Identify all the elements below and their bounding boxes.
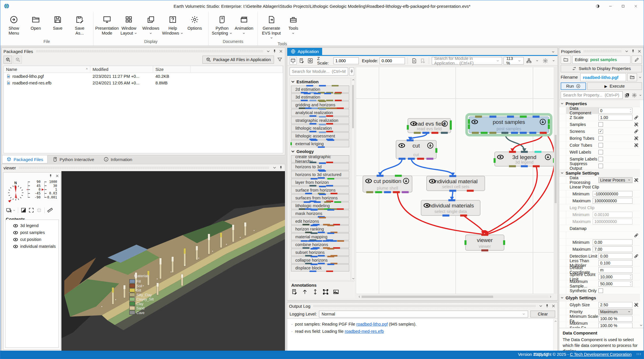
group-frame-icon[interactable]	[322, 289, 329, 295]
output-port[interactable]	[530, 132, 536, 134]
output-port[interactable]	[399, 158, 405, 160]
notes-button[interactable]	[298, 57, 305, 65]
chevron-down-icon[interactable]	[272, 165, 277, 170]
link-off-icon[interactable]	[634, 122, 639, 127]
chevron-down-icon[interactable]	[13, 209, 16, 212]
module-horizons-to-3d[interactable]: horizons to 3d	[291, 163, 349, 170]
close-button[interactable]	[629, 0, 642, 12]
chevron-down-icon[interactable]	[552, 59, 555, 62]
output-port[interactable]	[520, 132, 527, 134]
link-icon[interactable]	[634, 254, 639, 259]
explode-input[interactable]	[380, 57, 405, 64]
pin-icon[interactable]	[272, 49, 277, 54]
chevron-down-icon[interactable]	[638, 75, 642, 79]
node-individual-material[interactable]: individual materialselect cell sets	[427, 175, 485, 192]
property-dropdown[interactable]: Maximum	[598, 309, 632, 315]
resize-grip[interactable]	[637, 353, 641, 355]
node-cut-position[interactable]: cut positionplume shell	[363, 175, 412, 193]
property-input[interactable]: 0.100	[598, 260, 632, 266]
tab-packaged-files[interactable]: Packaged Files	[2, 155, 48, 163]
output-port[interactable]	[427, 158, 433, 160]
workspace-horizontal-scrollbar[interactable]	[358, 295, 552, 298]
chevron-down-icon[interactable]	[624, 49, 629, 54]
copy-stack-icon[interactable]	[624, 92, 630, 98]
property-input[interactable]: 1000000000	[593, 198, 632, 204]
module-layer-from-horizon[interactable]: layer from horizon	[291, 179, 349, 186]
workspace-settings-button[interactable]	[542, 57, 549, 65]
tab-application[interactable]: Application	[287, 48, 322, 55]
column-header-size[interactable]: Size	[153, 66, 191, 73]
side-port[interactable]	[548, 119, 550, 124]
output-port[interactable]	[408, 158, 415, 160]
link-off-icon[interactable]	[634, 302, 639, 307]
output-port[interactable]	[366, 191, 373, 193]
side-port[interactable]	[450, 125, 452, 130]
property-input[interactable]: 2.50	[598, 302, 632, 308]
tab-information[interactable]: Information	[99, 155, 137, 163]
node-viewer[interactable]: viewerviewer	[465, 234, 505, 252]
ribbon-button-open[interactable]: Open	[25, 14, 46, 38]
module-displace-block[interactable]: displace block	[291, 264, 349, 271]
property-checkbox[interactable]	[598, 136, 603, 141]
side-port[interactable]	[407, 125, 409, 130]
arrow-up-icon[interactable]	[302, 289, 308, 295]
close-icon[interactable]	[551, 304, 556, 308]
module-horizon-ranking[interactable]: horizon ranking	[291, 225, 349, 233]
property-input[interactable]: 0.00	[593, 239, 632, 245]
maximize-button[interactable]	[617, 0, 629, 12]
scroll-up-icon[interactable]	[554, 320, 557, 323]
output-port[interactable]	[521, 165, 528, 167]
image-icon[interactable]	[333, 289, 339, 295]
link-icon[interactable]	[634, 233, 639, 238]
ribbon-button-python-scripting[interactable]: PythonScripting	[211, 14, 233, 38]
output-port[interactable]	[481, 132, 488, 134]
module-3d-estimation[interactable]: 3d estimation	[291, 93, 349, 101]
module-edit-horizons[interactable]: edit horizons	[291, 218, 349, 225]
side-port[interactable]	[468, 124, 470, 129]
pin-icon[interactable]	[631, 49, 635, 54]
output-port[interactable]	[441, 132, 448, 134]
add-page-button[interactable]	[410, 57, 418, 65]
gear-icon[interactable]	[632, 92, 637, 98]
input-port[interactable]	[533, 116, 540, 118]
scroll-up-icon[interactable]	[352, 78, 355, 82]
contrast-icon[interactable]	[20, 207, 27, 213]
scroll-left-icon[interactable]	[358, 295, 361, 298]
output-port[interactable]	[402, 191, 409, 193]
ribbon-button-save-as[interactable]: SaveAs...	[69, 14, 90, 38]
close-icon[interactable]	[279, 49, 283, 54]
contents-item-3d-legend[interactable]: 3d legend	[7, 222, 57, 229]
property-checkbox[interactable]: ✓	[598, 129, 603, 134]
logging-level-dropdown[interactable]: Normal	[319, 311, 528, 318]
property-input[interactable]: m	[598, 267, 632, 273]
side-port[interactable]	[503, 240, 505, 245]
module-surface-from-horizons[interactable]: surface from horizons	[291, 186, 349, 194]
panel-drag-area[interactable]	[19, 167, 269, 169]
ribbon-button-options[interactable]: Options	[184, 14, 205, 38]
panel-drag-area[interactable]	[36, 50, 263, 52]
side-port[interactable]	[553, 158, 554, 163]
link-off-icon[interactable]	[634, 136, 639, 141]
rename-module-button[interactable]	[632, 56, 642, 64]
palette-section-estimation[interactable]: Estimation	[290, 78, 350, 85]
side-port[interactable]	[450, 120, 452, 125]
ribbon-button-save[interactable]: Save	[47, 14, 68, 38]
ribbon-button-presentation-mode[interactable]: PresentationMode	[96, 14, 118, 38]
palette-scrollbar[interactable]	[351, 78, 355, 281]
eye-icon[interactable]	[13, 245, 18, 248]
side-port[interactable]	[465, 240, 467, 245]
compass-control[interactable]: N	[5, 180, 27, 205]
eye-icon[interactable]	[13, 224, 18, 228]
chevron-down-icon[interactable]	[266, 49, 271, 54]
ctech-link[interactable]: C Tech Development Corporation	[570, 352, 632, 357]
property-input[interactable]: 100.00 %	[598, 323, 632, 328]
side-port[interactable]	[494, 158, 496, 163]
add-package-button[interactable]	[3, 56, 12, 64]
arrow-updown-icon[interactable]	[312, 289, 318, 295]
ribbon-button-help-windows[interactable]: HelpWindows	[162, 14, 183, 38]
property-spinner[interactable]: 50,000	[598, 281, 632, 287]
property-spinner[interactable]: 0	[598, 108, 632, 114]
collapse-icon[interactable]	[36, 207, 42, 213]
pin-icon[interactable]	[545, 304, 549, 308]
chevron-down-icon[interactable]	[551, 50, 555, 54]
